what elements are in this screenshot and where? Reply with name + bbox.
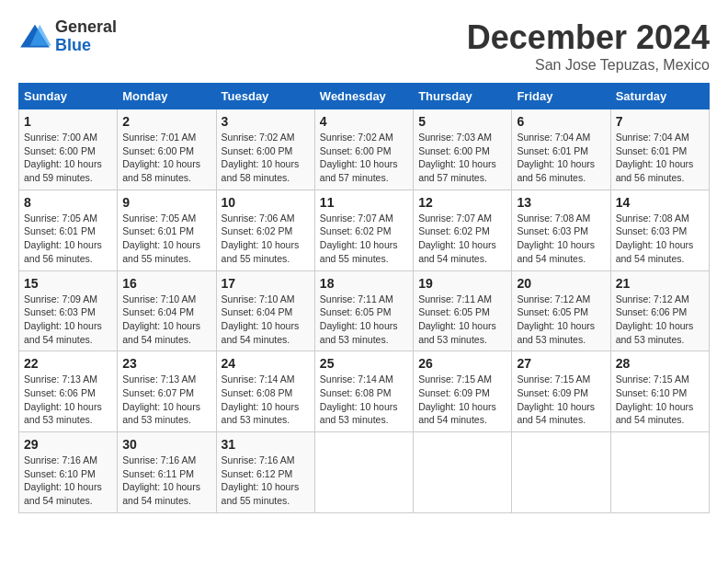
day-number: 29: [24, 437, 112, 452]
day-info: Sunrise: 7:01 AM Sunset: 6:00 PM Dayligh…: [122, 131, 210, 185]
logo: General Blue: [18, 18, 117, 55]
calendar-cell: 14Sunrise: 7:08 AM Sunset: 6:03 PM Dayli…: [610, 190, 709, 270]
day-info: Sunrise: 7:08 AM Sunset: 6:03 PM Dayligh…: [517, 212, 605, 266]
day-number: 22: [24, 356, 112, 371]
day-number: 24: [222, 356, 310, 371]
day-number: 26: [418, 356, 506, 371]
day-number: 1: [24, 114, 112, 129]
calendar-cell: 16Sunrise: 7:10 AM Sunset: 6:04 PM Dayli…: [118, 270, 216, 351]
day-info: Sunrise: 7:15 AM Sunset: 6:09 PM Dayligh…: [517, 373, 605, 427]
calendar-cell: 2Sunrise: 7:01 AM Sunset: 6:00 PM Daylig…: [118, 109, 216, 190]
day-number: 12: [418, 195, 506, 210]
calendar-cell: 7Sunrise: 7:04 AM Sunset: 6:01 PM Daylig…: [610, 109, 709, 190]
calendar-cell: 4Sunrise: 7:02 AM Sunset: 6:00 PM Daylig…: [314, 109, 413, 190]
day-info: Sunrise: 7:02 AM Sunset: 6:00 PM Dayligh…: [222, 131, 310, 185]
day-info: Sunrise: 7:15 AM Sunset: 6:09 PM Dayligh…: [418, 373, 506, 427]
logo-icon: [18, 23, 51, 51]
day-number: 25: [320, 356, 408, 371]
calendar-header-row: SundayMondayTuesdayWednesdayThursdayFrid…: [19, 84, 710, 109]
calendar-cell: 26Sunrise: 7:15 AM Sunset: 6:09 PM Dayli…: [414, 351, 512, 432]
day-info: Sunrise: 7:16 AM Sunset: 6:12 PM Dayligh…: [222, 454, 310, 508]
location-title: San Jose Tepuzas, Mexico: [467, 57, 710, 74]
title-section: December 2024 San Jose Tepuzas, Mexico: [467, 18, 710, 74]
day-number: 8: [24, 195, 112, 210]
day-info: Sunrise: 7:00 AM Sunset: 6:00 PM Dayligh…: [24, 131, 112, 185]
day-header-monday: Monday: [118, 84, 216, 109]
calendar-cell: 19Sunrise: 7:11 AM Sunset: 6:05 PM Dayli…: [414, 270, 512, 351]
calendar-cell: 31Sunrise: 7:16 AM Sunset: 6:12 PM Dayli…: [216, 432, 314, 513]
calendar-week-4: 22Sunrise: 7:13 AM Sunset: 6:06 PM Dayli…: [19, 351, 710, 432]
calendar-cell: 6Sunrise: 7:04 AM Sunset: 6:01 PM Daylig…: [512, 109, 610, 190]
day-number: 9: [122, 195, 210, 210]
day-number: 10: [222, 195, 310, 210]
day-number: 2: [122, 114, 210, 129]
day-info: Sunrise: 7:04 AM Sunset: 6:01 PM Dayligh…: [517, 131, 605, 185]
day-number: 15: [24, 276, 112, 291]
day-info: Sunrise: 7:14 AM Sunset: 6:08 PM Dayligh…: [320, 373, 408, 427]
header: General Blue December 2024 San Jose Tepu…: [18, 18, 710, 74]
calendar-cell: 25Sunrise: 7:14 AM Sunset: 6:08 PM Dayli…: [314, 351, 413, 432]
calendar-week-5: 29Sunrise: 7:16 AM Sunset: 6:10 PM Dayli…: [19, 432, 710, 513]
month-title: December 2024: [467, 18, 710, 57]
calendar-cell: 21Sunrise: 7:12 AM Sunset: 6:06 PM Dayli…: [610, 270, 709, 351]
day-info: Sunrise: 7:16 AM Sunset: 6:11 PM Dayligh…: [122, 454, 210, 508]
calendar-cell: 29Sunrise: 7:16 AM Sunset: 6:10 PM Dayli…: [19, 432, 118, 513]
calendar-cell: [512, 432, 610, 513]
calendar-cell: 5Sunrise: 7:03 AM Sunset: 6:00 PM Daylig…: [414, 109, 512, 190]
day-number: 7: [616, 114, 704, 129]
calendar-cell: 22Sunrise: 7:13 AM Sunset: 6:06 PM Dayli…: [19, 351, 118, 432]
day-info: Sunrise: 7:12 AM Sunset: 6:06 PM Dayligh…: [616, 293, 704, 347]
calendar-cell: 30Sunrise: 7:16 AM Sunset: 6:11 PM Dayli…: [118, 432, 216, 513]
day-info: Sunrise: 7:16 AM Sunset: 6:10 PM Dayligh…: [24, 454, 112, 508]
day-number: 20: [517, 276, 605, 291]
day-info: Sunrise: 7:05 AM Sunset: 6:01 PM Dayligh…: [24, 212, 112, 266]
calendar-cell: 13Sunrise: 7:08 AM Sunset: 6:03 PM Dayli…: [512, 190, 610, 270]
day-number: 21: [616, 276, 704, 291]
day-number: 30: [122, 437, 210, 452]
day-info: Sunrise: 7:06 AM Sunset: 6:02 PM Dayligh…: [222, 212, 310, 266]
day-number: 6: [517, 114, 605, 129]
day-number: 11: [320, 195, 408, 210]
day-info: Sunrise: 7:11 AM Sunset: 6:05 PM Dayligh…: [320, 293, 408, 347]
calendar-cell: [314, 432, 413, 513]
day-number: 23: [122, 356, 210, 371]
day-number: 4: [320, 114, 408, 129]
day-info: Sunrise: 7:13 AM Sunset: 6:07 PM Dayligh…: [122, 373, 210, 427]
day-info: Sunrise: 7:14 AM Sunset: 6:08 PM Dayligh…: [222, 373, 310, 427]
day-header-friday: Friday: [512, 84, 610, 109]
day-info: Sunrise: 7:09 AM Sunset: 6:03 PM Dayligh…: [24, 293, 112, 347]
logo-text: General Blue: [55, 18, 117, 55]
calendar-table: SundayMondayTuesdayWednesdayThursdayFrid…: [18, 83, 710, 513]
day-info: Sunrise: 7:07 AM Sunset: 6:02 PM Dayligh…: [320, 212, 408, 266]
day-number: 13: [517, 195, 605, 210]
calendar-cell: 12Sunrise: 7:07 AM Sunset: 6:02 PM Dayli…: [414, 190, 512, 270]
calendar-cell: 27Sunrise: 7:15 AM Sunset: 6:09 PM Dayli…: [512, 351, 610, 432]
day-number: 3: [222, 114, 310, 129]
day-header-sunday: Sunday: [19, 84, 118, 109]
day-info: Sunrise: 7:11 AM Sunset: 6:05 PM Dayligh…: [418, 293, 506, 347]
calendar-cell: 20Sunrise: 7:12 AM Sunset: 6:05 PM Dayli…: [512, 270, 610, 351]
day-info: Sunrise: 7:05 AM Sunset: 6:01 PM Dayligh…: [122, 212, 210, 266]
calendar-week-2: 8Sunrise: 7:05 AM Sunset: 6:01 PM Daylig…: [19, 190, 710, 270]
day-info: Sunrise: 7:03 AM Sunset: 6:00 PM Dayligh…: [418, 131, 506, 185]
calendar-cell: 10Sunrise: 7:06 AM Sunset: 6:02 PM Dayli…: [216, 190, 314, 270]
day-info: Sunrise: 7:13 AM Sunset: 6:06 PM Dayligh…: [24, 373, 112, 427]
day-number: 31: [222, 437, 310, 452]
day-number: 18: [320, 276, 408, 291]
day-info: Sunrise: 7:02 AM Sunset: 6:00 PM Dayligh…: [320, 131, 408, 185]
day-info: Sunrise: 7:07 AM Sunset: 6:02 PM Dayligh…: [418, 212, 506, 266]
day-info: Sunrise: 7:15 AM Sunset: 6:10 PM Dayligh…: [616, 373, 704, 427]
day-header-wednesday: Wednesday: [314, 84, 413, 109]
day-info: Sunrise: 7:10 AM Sunset: 6:04 PM Dayligh…: [122, 293, 210, 347]
calendar-week-1: 1Sunrise: 7:00 AM Sunset: 6:00 PM Daylig…: [19, 109, 710, 190]
day-number: 17: [222, 276, 310, 291]
calendar-cell: [610, 432, 709, 513]
day-number: 19: [418, 276, 506, 291]
day-header-saturday: Saturday: [610, 84, 709, 109]
calendar-cell: 9Sunrise: 7:05 AM Sunset: 6:01 PM Daylig…: [118, 190, 216, 270]
day-number: 14: [616, 195, 704, 210]
calendar-cell: 18Sunrise: 7:11 AM Sunset: 6:05 PM Dayli…: [314, 270, 413, 351]
calendar-cell: 11Sunrise: 7:07 AM Sunset: 6:02 PM Dayli…: [314, 190, 413, 270]
calendar-cell: 1Sunrise: 7:00 AM Sunset: 6:00 PM Daylig…: [19, 109, 118, 190]
calendar-cell: 15Sunrise: 7:09 AM Sunset: 6:03 PM Dayli…: [19, 270, 118, 351]
